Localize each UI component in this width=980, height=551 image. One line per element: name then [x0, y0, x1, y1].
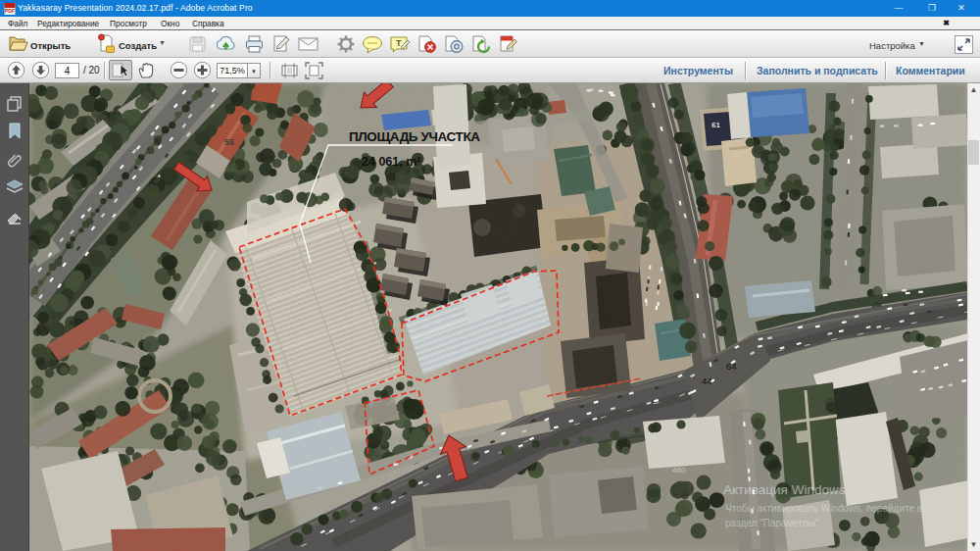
svg-text:PDF: PDF	[5, 7, 15, 13]
